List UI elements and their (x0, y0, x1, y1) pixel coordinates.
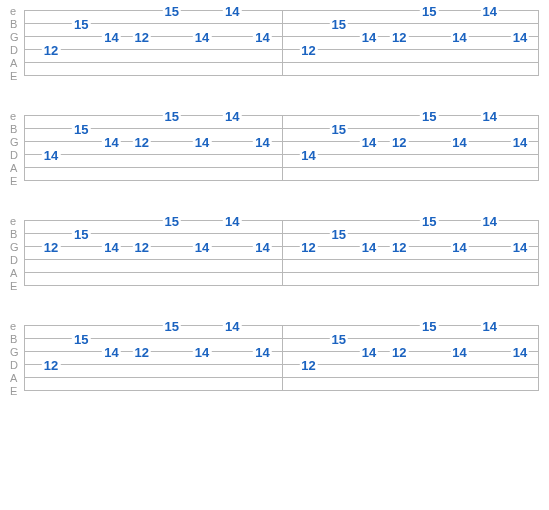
tab-note: 15 (330, 17, 348, 30)
tab-note: 14 (253, 135, 271, 148)
tab-note: 14 (102, 30, 120, 43)
string-label-A: A (10, 58, 17, 69)
tab-note: 15 (420, 319, 438, 332)
string-label-e: e (10, 111, 16, 122)
tab-note: 12 (299, 358, 317, 371)
barline (24, 220, 25, 286)
tab-note: 14 (223, 4, 241, 17)
tab-note: 14 (193, 345, 211, 358)
tab-note: 14 (223, 214, 241, 227)
tab-note: 14 (42, 148, 60, 161)
tab-note: 15 (420, 214, 438, 227)
tab-note: 15 (163, 214, 181, 227)
tab-note: 14 (450, 135, 468, 148)
tab-note: 14 (360, 240, 378, 253)
tab-note: 14 (253, 240, 271, 253)
tab-note: 12 (299, 240, 317, 253)
tab-note: 14 (450, 240, 468, 253)
tab-note: 12 (132, 240, 150, 253)
tab-note: 15 (72, 227, 90, 240)
tab-system: eBGDAE12151412151414141215141215141414 (10, 325, 539, 392)
string-label-A: A (10, 268, 17, 279)
tab-note: 12 (132, 30, 150, 43)
tab-note: 12 (42, 358, 60, 371)
tab-note: 14 (223, 319, 241, 332)
tab-note: 15 (330, 227, 348, 240)
tab-system: eBGDAE12151412151414141215141215141414 (10, 220, 539, 287)
guitar-tab: eBGDAE12151412151414141215141215141414eB… (10, 10, 539, 392)
tab-note: 12 (42, 43, 60, 56)
string-label-B: B (10, 124, 17, 135)
tab-note: 14 (102, 240, 120, 253)
string-label-B: B (10, 19, 17, 30)
tab-note: 14 (360, 135, 378, 148)
string-label-G: G (10, 242, 19, 253)
tab-note: 15 (163, 109, 181, 122)
string-label-D: D (10, 255, 18, 266)
tab-note: 14 (193, 240, 211, 253)
tab-note: 14 (511, 135, 529, 148)
string-label-G: G (10, 137, 19, 148)
tab-note: 14 (480, 109, 498, 122)
tab-note: 14 (480, 4, 498, 17)
barline (538, 115, 539, 181)
tab-note: 15 (163, 4, 181, 17)
string-label-E: E (10, 176, 17, 187)
tab-note: 14 (511, 240, 529, 253)
tab-staff: 14151412151414141415141215141414 (24, 115, 539, 182)
barline (282, 325, 283, 391)
string-label-A: A (10, 163, 17, 174)
tab-note: 15 (420, 109, 438, 122)
tab-note: 14 (511, 345, 529, 358)
tab-note: 15 (72, 17, 90, 30)
barline (282, 10, 283, 76)
tab-note: 12 (132, 135, 150, 148)
tab-note: 14 (480, 214, 498, 227)
tab-note: 12 (390, 135, 408, 148)
tab-note: 14 (360, 30, 378, 43)
tab-system: eBGDAE12151412151414141215141215141414 (10, 10, 539, 77)
string-label-D: D (10, 360, 18, 371)
barline (24, 325, 25, 391)
string-label-E: E (10, 71, 17, 82)
string-label-B: B (10, 229, 17, 240)
string-label-D: D (10, 45, 18, 56)
tab-note: 12 (390, 240, 408, 253)
string-label-E: E (10, 386, 17, 397)
string-label-e: e (10, 216, 16, 227)
barline (538, 10, 539, 76)
string-label-D: D (10, 150, 18, 161)
tab-note: 15 (330, 122, 348, 135)
tab-note: 12 (390, 30, 408, 43)
string-label-E: E (10, 281, 17, 292)
tab-note: 15 (72, 332, 90, 345)
tab-note: 14 (511, 30, 529, 43)
tab-note: 12 (390, 345, 408, 358)
tab-note: 14 (223, 109, 241, 122)
string-label-e: e (10, 321, 16, 332)
tab-note: 14 (253, 30, 271, 43)
tab-staff: 12151412151414141215141215141414 (24, 325, 539, 392)
barline (282, 115, 283, 181)
tab-note: 14 (193, 135, 211, 148)
tab-staff: 12151412151414141215141215141414 (24, 220, 539, 287)
string-label-G: G (10, 32, 19, 43)
tab-note: 15 (72, 122, 90, 135)
barline (24, 10, 25, 76)
tab-note: 14 (253, 345, 271, 358)
tab-note: 12 (42, 240, 60, 253)
tab-system: eBGDAE14151412151414141415141215141414 (10, 115, 539, 182)
barline (282, 220, 283, 286)
string-label-A: A (10, 373, 17, 384)
string-label-B: B (10, 334, 17, 345)
barline (538, 325, 539, 391)
tab-note: 14 (480, 319, 498, 332)
tab-note: 14 (450, 30, 468, 43)
tab-staff: 12151412151414141215141215141414 (24, 10, 539, 77)
tab-note: 14 (360, 345, 378, 358)
tab-note: 15 (420, 4, 438, 17)
tab-note: 12 (299, 43, 317, 56)
string-label-G: G (10, 347, 19, 358)
tab-note: 14 (450, 345, 468, 358)
tab-note: 14 (193, 30, 211, 43)
